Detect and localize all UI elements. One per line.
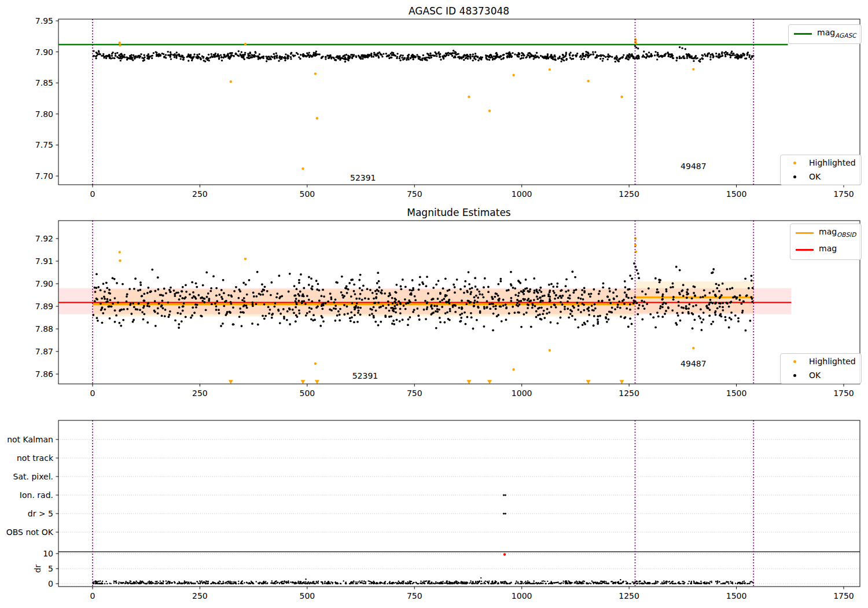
ok-point bbox=[101, 306, 104, 309]
dr-point bbox=[100, 580, 101, 581]
ok-point bbox=[718, 56, 719, 58]
ok-point bbox=[361, 299, 363, 301]
y-tick-label: 7.95 bbox=[35, 16, 53, 25]
ok-point bbox=[105, 57, 107, 59]
dr-point bbox=[194, 583, 196, 584]
ok-point bbox=[479, 293, 481, 295]
ok-point bbox=[446, 311, 448, 313]
ok-point bbox=[197, 294, 200, 296]
ok-point bbox=[262, 294, 264, 296]
ok-point bbox=[489, 307, 491, 310]
ok-point bbox=[112, 57, 113, 58]
dr-point bbox=[161, 583, 162, 584]
dr-point bbox=[620, 583, 621, 584]
ok-point bbox=[650, 53, 652, 54]
ok-point bbox=[108, 289, 111, 291]
ok-point bbox=[712, 321, 714, 323]
ok-point bbox=[565, 285, 567, 287]
dr-point bbox=[698, 583, 700, 584]
ok-point bbox=[671, 309, 674, 312]
ok-point bbox=[685, 307, 687, 310]
ok-point bbox=[501, 58, 502, 60]
ok-point bbox=[722, 302, 724, 304]
ok-point bbox=[295, 298, 297, 300]
ok-point bbox=[478, 291, 480, 293]
ok-point bbox=[325, 58, 326, 60]
ok-point bbox=[220, 289, 223, 291]
ok-point bbox=[483, 286, 485, 288]
ok-point bbox=[426, 276, 428, 278]
ok-point bbox=[334, 299, 337, 301]
ok-point bbox=[626, 307, 628, 310]
ok-point bbox=[459, 288, 462, 291]
dr-point bbox=[541, 583, 542, 584]
ok-point bbox=[702, 318, 704, 321]
ok-point bbox=[523, 299, 525, 301]
legend-label: Highlighted bbox=[809, 357, 856, 367]
dr-point bbox=[279, 583, 280, 584]
ok-point bbox=[517, 295, 520, 297]
ok-point bbox=[117, 301, 119, 303]
ok-point bbox=[376, 293, 378, 295]
ok-point bbox=[446, 53, 447, 55]
ok-point bbox=[533, 292, 535, 294]
ok-point bbox=[453, 50, 454, 52]
ok-point bbox=[581, 294, 583, 296]
ok-point bbox=[645, 293, 647, 295]
ok-point bbox=[118, 54, 120, 56]
x-tick-label: 1250 bbox=[619, 389, 639, 398]
dr-point bbox=[706, 582, 707, 583]
dr-point bbox=[444, 583, 445, 584]
ok-point bbox=[246, 294, 248, 296]
ok-point bbox=[276, 292, 278, 295]
dr-point bbox=[458, 583, 459, 584]
ok-point bbox=[670, 286, 672, 288]
dr-point bbox=[453, 583, 454, 584]
dr-point bbox=[591, 580, 593, 581]
dr-point bbox=[502, 583, 503, 584]
ok-point bbox=[536, 56, 538, 57]
ok-point bbox=[569, 309, 572, 311]
ok-point bbox=[728, 306, 730, 308]
ok-point bbox=[454, 51, 456, 53]
ok-point bbox=[562, 54, 564, 56]
ok-point bbox=[641, 291, 643, 293]
y-tick-label: 7.89 bbox=[35, 302, 53, 311]
dr-point bbox=[606, 583, 608, 584]
ok-point bbox=[557, 297, 560, 299]
dr-point bbox=[389, 582, 390, 583]
ok-point bbox=[636, 269, 638, 272]
ok-point bbox=[686, 57, 688, 59]
x-tick-label: 1750 bbox=[833, 189, 854, 199]
dr-point bbox=[297, 582, 299, 583]
ok-point bbox=[642, 305, 644, 307]
highlighted-point bbox=[119, 251, 121, 253]
ok-point bbox=[452, 52, 454, 54]
ok-point bbox=[676, 57, 678, 58]
ok-point bbox=[729, 317, 731, 319]
ok-point bbox=[453, 284, 455, 286]
flag-point bbox=[505, 495, 506, 496]
dr-point bbox=[186, 581, 187, 583]
ok-point bbox=[403, 305, 405, 307]
highlighted-point bbox=[119, 44, 121, 46]
ok-point bbox=[624, 280, 626, 283]
ok-point bbox=[426, 59, 428, 61]
ok-point bbox=[170, 56, 171, 58]
ok-point bbox=[475, 285, 477, 288]
ok-point bbox=[95, 273, 98, 276]
ok-point bbox=[137, 308, 139, 310]
ok-point bbox=[641, 300, 643, 302]
ok-point bbox=[284, 60, 286, 61]
ok-point bbox=[204, 60, 206, 62]
ok-point bbox=[510, 53, 512, 54]
ok-point bbox=[317, 283, 319, 285]
ok-point bbox=[656, 58, 658, 60]
ok-point bbox=[369, 55, 370, 57]
ok-point bbox=[116, 52, 118, 54]
dr-point bbox=[576, 581, 578, 583]
ok-point bbox=[531, 56, 532, 57]
ok-point bbox=[635, 46, 637, 48]
ok-point bbox=[554, 304, 556, 306]
ok-point bbox=[542, 300, 544, 302]
